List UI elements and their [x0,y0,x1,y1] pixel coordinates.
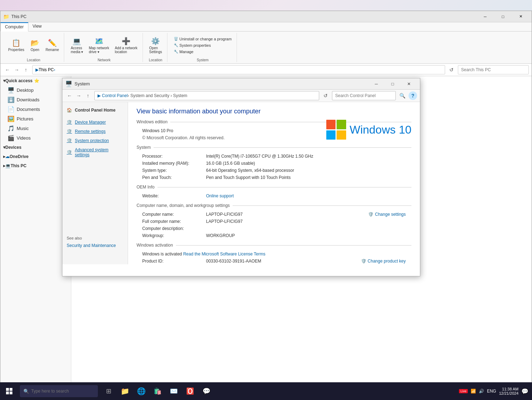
address-path[interactable]: ▶ This PC › [32,65,445,74]
windows10-logo: Windows 10 [326,120,411,140]
system-back-button[interactable]: ← [65,91,74,100]
desktop-icon: 🖥️ [7,87,15,94]
network-icon: 📶 [471,389,476,394]
ribbon-group-network-buttons: 💻 Accessmedia ▾ 🗺️ Map networkdrive ▾ ➕ … [68,33,139,57]
task-view-button[interactable]: ⊞ [101,384,116,398]
security-maintenance-link[interactable]: Security and Maintenance [62,241,128,250]
tab-computer[interactable]: Computer [0,22,28,32]
teams-icon: 💬 [203,387,210,395]
change-settings-link[interactable]: 🛡️ Change settings [368,212,406,217]
back-button[interactable]: ← [3,66,12,74]
access-media-button[interactable]: 💻 Accessmedia ▾ [68,35,85,55]
advanced-system-settings-link[interactable]: 🛡️ Advanced system settings [62,145,128,159]
refresh-button[interactable]: ↺ [447,66,456,74]
sidebar-item-pictures[interactable]: 🖼️ Pictures 📌 [0,114,71,124]
activation-status-row: Windows is activated Read the Microsoft … [137,250,411,258]
maximize-button[interactable]: □ [495,12,511,22]
file-explorer-title: This PC [11,14,477,19]
change-product-key-link[interactable]: 🛡️ Change product key [361,259,406,264]
system-section-label: System [137,145,151,150]
taskbar-time-display[interactable]: 11:38 AM 12/21/2024 [499,387,519,395]
taskbar-search-box[interactable]: 🔍 [20,385,98,397]
system-address-path[interactable]: ▶ Control Panel › System and Security › … [94,91,319,100]
see-also-label: See also [62,230,128,241]
system-forward-button[interactable]: → [74,91,83,100]
system-section: System [137,145,411,150]
online-support-link[interactable]: Online support [206,193,234,198]
manage-button[interactable]: 🔧 Manage [172,49,234,55]
oem-divider [157,187,411,187]
advanced-settings-icon: 🛡️ [67,150,72,155]
manage-icon: 🔧 [174,50,178,53]
close-button[interactable]: ✕ [512,12,529,22]
notification-icon[interactable]: 💬 [521,388,528,395]
uninstall-program-button[interactable]: 🗑️ Uninstall or change a program [172,36,234,42]
properties-button[interactable]: 📋 Properties [6,37,27,53]
onedrive-header[interactable]: ▸ ☁ OneDrive [0,152,71,161]
ribbon-group-settings-buttons: ⚙️ OpenSettings [147,33,164,57]
computer-description-row: Computer description: [137,225,411,232]
system-properties-button[interactable]: 🔧 System properties [172,43,234,48]
task-view-icon: ⊞ [106,387,111,395]
pictures-icon: 🖼️ [7,116,15,122]
rename-button[interactable]: ✏️ Rename [44,37,61,53]
add-network-location-button[interactable]: ➕ Add a networklocation [113,35,140,55]
system-up-button[interactable]: ↑ [84,91,92,100]
ribbon-group-settings: ⚙️ OpenSettings Location [144,33,167,62]
system-minimize-button[interactable]: ─ [368,79,384,89]
computer-name-info: Computer name: LAPTOP-LFICIG97 [142,212,368,217]
control-panel-home-link[interactable]: 🏠 Control Panel Home [62,106,128,115]
system-help-button[interactable]: ? [409,91,417,100]
teams-button[interactable]: 💬 [199,384,214,398]
system-window-title: System [74,81,368,86]
license-terms-link[interactable]: Read the Microsoft Software License Term… [183,252,265,257]
taskbar-search-icon: 🔍 [23,389,29,394]
system-search-input[interactable] [332,91,396,100]
up-button[interactable]: ↑ [22,66,30,74]
map-network-drive-button[interactable]: 🗺️ Map networkdrive ▾ [87,35,111,55]
sidebar-item-documents[interactable]: 📄 Documents 📌 [0,105,71,114]
store-button[interactable]: 🛍️ [150,384,165,398]
quick-access-header[interactable]: ▾ Quick access ⭐ [0,76,71,85]
ribbon-tabs: Computer View [0,22,532,32]
start-button[interactable] [0,382,18,400]
activation-divider [176,245,411,246]
system-search-button[interactable]: 🔍 [398,91,406,100]
store-icon: 🛍️ [154,387,161,395]
open-button[interactable]: 📂 Open [28,37,42,53]
sidebar-item-downloads[interactable]: ⬇️ Downloads 📌 [0,95,71,105]
minimize-button[interactable]: ─ [477,12,493,22]
open-settings-button[interactable]: ⚙️ OpenSettings [147,35,164,55]
activation-section: Windows activation [137,243,411,248]
sidebar-item-music[interactable]: 🎵 Music [0,124,71,133]
system-maximize-button[interactable]: □ [384,79,401,89]
sidebar-item-videos[interactable]: 🎬 Videos [0,133,71,143]
edge-icon: 🌐 [137,387,146,395]
map-network-icon: 🗺️ [95,37,104,45]
system-protection-link[interactable]: 🛡️ System protection [62,136,128,145]
quick-access-pin-icon: ⭐ [34,78,39,83]
pen-touch-row: Pen and Touch: Pen and Touch Support wit… [137,174,411,181]
device-manager-link[interactable]: 🛡️ Device Manager [62,118,128,127]
thispc-header[interactable]: ▸ 💻 This PC [0,161,71,170]
taskbar-search-input[interactable] [31,389,88,394]
sidebar-item-desktop[interactable]: 🖥️ Desktop 📌 [0,85,71,95]
title-bar-controls: ─ □ ✕ [477,12,529,22]
product-id-row: Product ID: 00330-63102-39191-AAOEM 🛡️ C… [137,258,411,264]
remote-settings-link[interactable]: 🛡️ Remote settings [62,127,128,136]
system-close-button[interactable]: ✕ [401,79,417,89]
office-button[interactable]: 🅾️ [183,384,197,398]
ribbon-group-label-settings: Location [149,57,162,62]
tab-view[interactable]: View [28,22,46,31]
file-explorer-taskbar-button[interactable]: 📁 [118,384,132,398]
system-window-icon: 🖥️ [65,80,72,87]
forward-button[interactable]: → [12,66,21,74]
system-refresh-button[interactable]: ↺ [321,91,330,100]
edge-button[interactable]: 🌐 [134,384,148,398]
mail-button[interactable]: ✉️ [167,384,181,398]
ribbon: Computer View 📋 Properties 📂 Open ✏️ [0,22,532,64]
search-input[interactable] [458,65,529,74]
videos-icon: 🎬 [7,135,15,141]
devices-header[interactable]: ▾ Devices [0,143,71,152]
thispc-icon: 💻 [5,163,11,168]
